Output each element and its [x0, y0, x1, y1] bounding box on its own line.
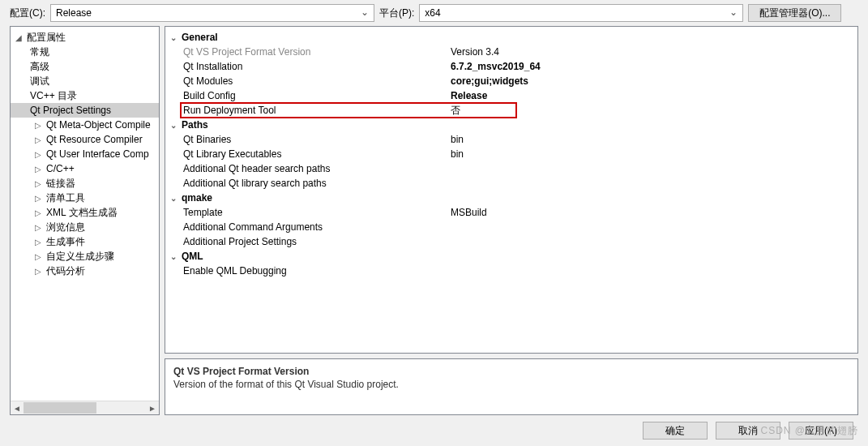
property-value[interactable]: Version 3.4: [451, 46, 499, 58]
group-header[interactable]: ⌄Paths: [165, 118, 857, 132]
tree-item-label: 浏览信息: [46, 221, 85, 234]
property-row[interactable]: Qt Library Executablesbin: [165, 147, 857, 161]
property-value[interactable]: 否: [451, 104, 460, 118]
tree-item[interactable]: ▷XML 文档生成器: [11, 205, 159, 220]
tree-item[interactable]: ▷C/C++: [11, 161, 159, 176]
property-row[interactable]: Build ConfigRelease: [165, 88, 857, 103]
expand-right-icon: ▷: [35, 267, 45, 276]
group-header[interactable]: ⌄General: [165, 30, 857, 45]
platform-dropdown[interactable]: x64: [419, 4, 743, 22]
tree-item[interactable]: ▷Qt Resource Compiler: [11, 132, 159, 147]
property-row[interactable]: Enable QML Debugging: [165, 264, 857, 278]
collapse-icon: ⌄: [170, 121, 180, 130]
expand-right-icon: ▷: [35, 208, 45, 217]
description-panel: Qt VS Project Format Version Version of …: [165, 358, 858, 415]
property-value[interactable]: bin: [451, 148, 464, 160]
expand-right-icon: ▷: [35, 150, 45, 159]
property-row[interactable]: Qt Modulescore;gui;widgets: [165, 74, 857, 88]
apply-button[interactable]: 应用(A): [789, 422, 853, 440]
tree-item[interactable]: ▷链接器: [11, 176, 159, 191]
property-value[interactable]: Release: [451, 90, 487, 101]
tree-item[interactable]: ▷浏览信息: [11, 220, 159, 234]
group-header[interactable]: ⌄qmake: [165, 191, 857, 205]
tree-item-label: 链接器: [46, 177, 75, 191]
tree-item[interactable]: ▷清单工具: [11, 191, 159, 205]
collapse-icon: ⌄: [170, 33, 180, 42]
group-name: qmake: [182, 192, 212, 204]
property-label: Qt Binaries: [183, 134, 451, 145]
property-label: Qt Library Executables: [183, 148, 451, 160]
property-grid[interactable]: ⌄GeneralQt VS Project Format VersionVers…: [165, 26, 858, 354]
property-row[interactable]: Qt VS Project Format VersionVersion 3.4: [165, 45, 857, 59]
tree-item-label: 自定义生成步骤: [46, 250, 114, 264]
tree-item[interactable]: ▷生成事件: [11, 234, 159, 249]
group-name: QML: [182, 251, 203, 262]
tree-item-label: VC++ 目录: [30, 89, 77, 103]
scroll-right-icon[interactable]: ►: [146, 401, 159, 414]
config-manager-button[interactable]: 配置管理器(O)...: [748, 4, 841, 22]
tree-item[interactable]: 高级: [11, 59, 159, 74]
tree-item[interactable]: 常规: [11, 45, 159, 59]
tree-panel: ◢ 配置属性 常规高级调试VC++ 目录Qt Project Settings▷…: [10, 26, 160, 415]
expand-right-icon: ▷: [35, 179, 45, 188]
horizontal-scrollbar[interactable]: ◄ ►: [11, 401, 159, 414]
cancel-button[interactable]: 取消: [716, 422, 780, 440]
ok-button[interactable]: 确定: [643, 422, 708, 440]
property-row[interactable]: Run Deployment Tool否: [165, 103, 857, 118]
expand-right-icon: ▷: [35, 121, 45, 130]
collapse-icon: ⌄: [170, 194, 180, 203]
property-row[interactable]: TemplateMSBuild: [165, 205, 857, 220]
expand-right-icon: ▷: [35, 194, 45, 203]
config-dropdown[interactable]: Release: [50, 4, 374, 22]
property-value[interactable]: MSBuild: [451, 207, 487, 218]
expand-down-icon: ◢: [15, 33, 25, 42]
group-header[interactable]: ⌄QML: [165, 249, 857, 264]
property-label: Additional Command Arguments: [183, 221, 451, 233]
group-name: Paths: [182, 119, 208, 131]
expand-right-icon: ▷: [35, 165, 45, 174]
property-label: Additional Qt header search paths: [183, 163, 451, 174]
tree-item-label: 常规: [30, 45, 49, 59]
property-row[interactable]: Additional Qt library search paths: [165, 176, 857, 191]
tree-item-label: Qt Meta-Object Compile: [46, 119, 151, 131]
platform-label: 平台(P):: [379, 6, 414, 20]
property-label: Run Deployment Tool: [183, 105, 451, 116]
property-row[interactable]: Additional Project Settings: [165, 234, 857, 249]
config-tree[interactable]: ◢ 配置属性 常规高级调试VC++ 目录Qt Project Settings▷…: [11, 27, 159, 401]
property-value[interactable]: bin: [451, 134, 464, 145]
tree-item[interactable]: VC++ 目录: [11, 88, 159, 103]
tree-item-label: 代码分析: [46, 264, 85, 278]
group-name: General: [182, 32, 218, 43]
config-label: 配置(C):: [10, 6, 45, 20]
tree-item-label: 高级: [30, 60, 49, 74]
property-row[interactable]: Additional Qt header search paths: [165, 161, 857, 176]
property-row[interactable]: Qt Installation6.7.2_msvc2019_64: [165, 59, 857, 74]
tree-item-label: 生成事件: [46, 235, 85, 249]
tree-item-label: Qt User Interface Comp: [46, 148, 149, 160]
expand-right-icon: ▷: [35, 238, 45, 247]
tree-item-label: 调试: [30, 75, 49, 88]
tree-item[interactable]: ▷代码分析: [11, 264, 159, 278]
tree-item[interactable]: Qt Project Settings: [11, 103, 159, 118]
property-row[interactable]: Additional Command Arguments: [165, 220, 857, 234]
expand-right-icon: ▷: [35, 135, 45, 144]
property-label: Qt Installation: [183, 61, 451, 72]
property-value[interactable]: 6.7.2_msvc2019_64: [451, 61, 541, 72]
toolbar: 配置(C): Release 平台(P): x64 配置管理器(O)...: [0, 0, 868, 26]
tree-item[interactable]: ▷自定义生成步骤: [11, 249, 159, 264]
property-label: Build Config: [183, 90, 451, 101]
property-label: Additional Qt library search paths: [183, 178, 451, 189]
property-row[interactable]: Qt Binariesbin: [165, 132, 857, 147]
tree-item[interactable]: ▷Qt User Interface Comp: [11, 147, 159, 161]
description-title: Qt VS Project Format Version: [173, 366, 849, 377]
tree-item[interactable]: 调试: [11, 74, 159, 88]
property-label: Qt VS Project Format Version: [183, 46, 451, 58]
property-value[interactable]: core;gui;widgets: [451, 75, 528, 87]
property-label: Additional Project Settings: [183, 236, 451, 247]
property-label: Enable QML Debugging: [183, 265, 451, 277]
scroll-thumb[interactable]: [24, 402, 96, 414]
tree-item[interactable]: ▷Qt Meta-Object Compile: [11, 118, 159, 132]
expand-right-icon: ▷: [35, 252, 45, 261]
tree-root[interactable]: ◢ 配置属性: [11, 30, 159, 45]
scroll-left-icon[interactable]: ◄: [11, 401, 24, 414]
